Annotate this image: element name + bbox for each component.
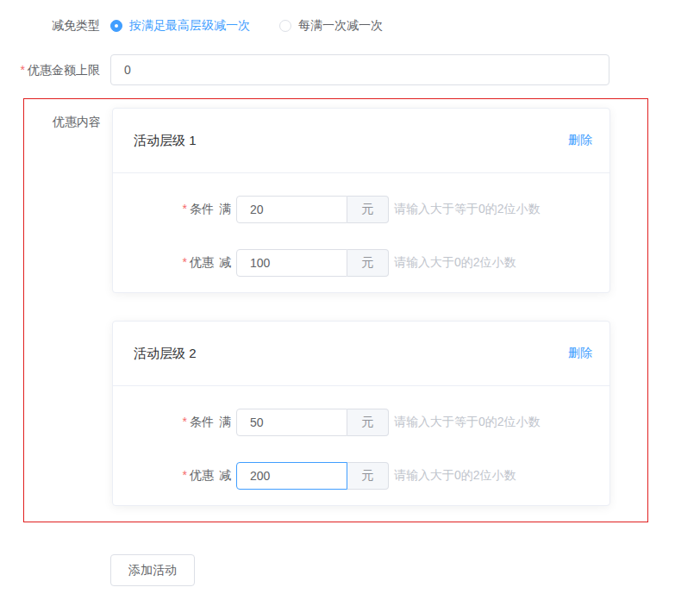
discount-row: *优惠 减 元 请输入大于0的2位小数 <box>134 249 589 277</box>
discount-content-section: 优惠内容 活动层级 1 删除 *条件 满 元 请输入大于等于0 <box>23 98 648 522</box>
discount-input-group: 元 <box>236 462 389 490</box>
required-asterisk: * <box>21 63 25 77</box>
discount-cap-label-text: 优惠金额上限 <box>28 63 100 77</box>
input-hint: 请输入大于0的2位小数 <box>394 255 516 271</box>
tier-card-header: 活动层级 1 删除 <box>113 109 609 173</box>
condition-label-text: 条件 <box>190 415 214 428</box>
tier-card-list: 活动层级 1 删除 *条件 满 元 请输入大于等于0的2位小数 *优惠 <box>112 108 610 506</box>
unit-yuan-label: 元 <box>347 462 389 490</box>
reduction-type-radio-group: 按满足最高层级减一次 每满一次减一次 <box>110 18 383 34</box>
radio-option-label: 按满足最高层级减一次 <box>129 18 250 34</box>
tier-card-header: 活动层级 2 删除 <box>113 322 609 386</box>
tier-card-2: 活动层级 2 删除 *条件 满 元 请输入大于等于0的2位小数 *优惠 <box>112 321 610 506</box>
condition-input-group: 元 <box>236 409 389 436</box>
input-hint: 请输入大于等于0的2位小数 <box>394 415 541 430</box>
discount-label: *优惠 <box>134 468 214 484</box>
required-asterisk: * <box>183 255 187 269</box>
condition-row: *条件 满 元 请输入大于等于0的2位小数 <box>134 409 589 436</box>
condition-amount-input[interactable] <box>236 196 347 223</box>
discount-row: *优惠 减 元 请输入大于0的2位小数 <box>134 462 589 490</box>
condition-label: *条件 <box>134 202 214 217</box>
condition-label-text: 条件 <box>190 202 214 216</box>
tier-title: 活动层级 2 <box>134 346 197 362</box>
discount-content-label: 优惠内容 <box>24 108 101 506</box>
tier-title: 活动层级 1 <box>134 133 197 149</box>
condition-prefix: 满 <box>219 415 231 430</box>
unit-yuan-label: 元 <box>347 249 389 277</box>
discount-label-text: 优惠 <box>190 468 214 482</box>
condition-input-group: 元 <box>236 196 389 223</box>
reduction-type-row: 减免类型 按满足最高层级减一次 每满一次减一次 <box>0 17 700 34</box>
tier-card-body: *条件 满 元 请输入大于等于0的2位小数 *优惠 减 元 <box>113 386 609 505</box>
discount-prefix: 减 <box>219 468 231 484</box>
radio-selected-icon[interactable] <box>110 20 122 32</box>
condition-row: *条件 满 元 请输入大于等于0的2位小数 <box>134 196 589 223</box>
tier-card-1: 活动层级 1 删除 *条件 满 元 请输入大于等于0的2位小数 *优惠 <box>112 108 610 293</box>
radio-unselected-icon[interactable] <box>279 20 291 32</box>
discount-label-text: 优惠 <box>190 255 214 269</box>
promotion-form-page: 减免类型 按满足最高层级减一次 每满一次减一次 *优惠金额上限 优惠内容 活动层… <box>0 0 700 606</box>
condition-amount-input[interactable] <box>236 409 347 436</box>
discount-input-group: 元 <box>236 249 389 277</box>
unit-yuan-label: 元 <box>347 409 389 436</box>
delete-tier-link[interactable]: 删除 <box>568 133 592 148</box>
discount-prefix: 减 <box>219 255 231 271</box>
condition-label: *条件 <box>134 415 214 430</box>
input-hint: 请输入大于0的2位小数 <box>394 468 516 484</box>
discount-cap-row: *优惠金额上限 <box>0 54 700 85</box>
radio-option-label: 每满一次减一次 <box>298 18 383 34</box>
discount-amount-input-focused[interactable] <box>236 462 347 490</box>
radio-option-highest-tier-once[interactable]: 按满足最高层级减一次 <box>110 18 250 34</box>
discount-cap-label: *优惠金额上限 <box>0 62 100 78</box>
tier-card-body: *条件 满 元 请输入大于等于0的2位小数 *优惠 减 元 <box>113 173 609 292</box>
delete-tier-link[interactable]: 删除 <box>568 346 592 361</box>
discount-cap-input[interactable] <box>110 54 609 85</box>
radio-option-every-time[interactable]: 每满一次减一次 <box>279 18 383 34</box>
discount-label: *优惠 <box>134 255 214 271</box>
condition-prefix: 满 <box>219 202 231 217</box>
unit-yuan-label: 元 <box>347 196 389 223</box>
input-hint: 请输入大于等于0的2位小数 <box>394 202 541 217</box>
required-asterisk: * <box>183 415 187 428</box>
required-asterisk: * <box>183 202 187 216</box>
required-asterisk: * <box>183 468 187 482</box>
add-activity-button[interactable]: 添加活动 <box>110 554 195 586</box>
discount-amount-input[interactable] <box>236 249 347 277</box>
reduction-type-label: 减免类型 <box>0 17 100 34</box>
